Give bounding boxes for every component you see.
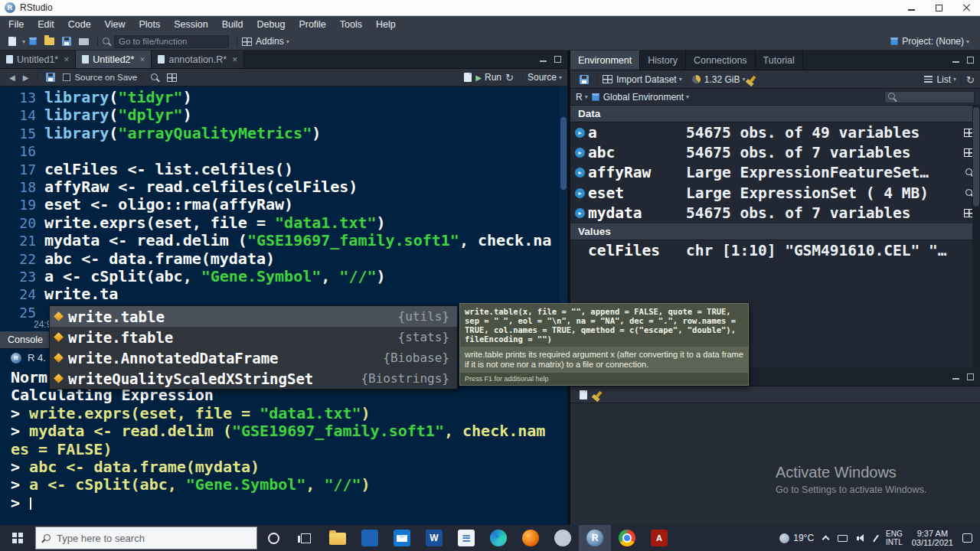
menu-edit[interactable]: Edit <box>31 16 61 33</box>
open-file-icon[interactable] <box>44 37 54 45</box>
refresh-icon[interactable] <box>966 73 975 86</box>
pane-maximize-icon[interactable] <box>967 57 974 64</box>
pane-minimize-icon[interactable] <box>540 56 547 63</box>
env-row-mydata[interactable]: mydata54675 obs. of 7 variables <box>570 204 980 223</box>
maximize-button[interactable] <box>925 0 952 15</box>
new-file-icon[interactable] <box>8 37 16 46</box>
language-indicator[interactable]: ENG INTL <box>886 530 903 546</box>
pane-maximize-icon[interactable] <box>554 56 561 63</box>
env-row-celfiles[interactable]: celFileschr [1:10] "GSM491610.CEL" "… <box>570 240 980 260</box>
expand-icon[interactable] <box>575 128 585 138</box>
language-dropdown[interactable]: R ▾ <box>576 92 588 103</box>
code-editor[interactable]: 13library("tidyr")14library("dplyr")15li… <box>0 86 567 331</box>
import-dataset-button[interactable]: Import Dataset ▾ <box>603 74 682 85</box>
env-row-affyraw[interactable]: affyRawLarge ExpressionFeatureSet… <box>570 163 980 183</box>
menu-file[interactable]: File <box>2 16 31 33</box>
menu-plots[interactable]: Plots <box>132 16 167 33</box>
taskbar-rstudio-app[interactable]: R <box>579 525 611 551</box>
clock[interactable]: 9:37 AM 03/11/2021 <box>912 529 953 548</box>
autocomplete-item-write-table[interactable]: write.table{utils} <box>50 306 457 327</box>
environment-search-box[interactable] <box>884 91 975 103</box>
taskbar-chrome-browser[interactable] <box>611 525 643 551</box>
editor-tab-annotation-r[interactable]: annotation.R*× <box>152 51 244 68</box>
start-button[interactable] <box>0 525 35 551</box>
pane-maximize-icon[interactable] <box>967 373 974 380</box>
print-icon[interactable] <box>79 38 89 45</box>
taskbar-mail-app[interactable] <box>386 525 418 551</box>
code-tools-icon[interactable] <box>167 73 177 82</box>
scrollbar-thumb[interactable] <box>560 117 567 190</box>
forward-arrow-icon[interactable]: ▶ <box>23 73 29 82</box>
chevron-down-icon[interactable]: ▾ <box>286 38 289 45</box>
cortana-button[interactable] <box>257 525 289 551</box>
taskbar-firefox-browser[interactable] <box>514 525 547 551</box>
clear-icon[interactable] <box>596 391 603 398</box>
run-button[interactable]: ▶ Run <box>475 72 501 83</box>
save-workspace-icon[interactable] <box>580 75 589 84</box>
editor-tab-untitled2[interactable]: Untitled2*× <box>76 51 152 68</box>
menu-code[interactable]: Code <box>61 16 98 33</box>
notification-center-icon[interactable] <box>962 533 972 543</box>
rerun-icon[interactable] <box>505 70 514 84</box>
menu-debug[interactable]: Debug <box>250 16 292 33</box>
source-on-save-checkbox[interactable] <box>63 73 70 81</box>
project-selector[interactable]: Project: (None) ▾ <box>890 36 969 47</box>
taskbar-edge-browser[interactable] <box>482 525 514 551</box>
env-row-a[interactable]: a54675 obs. of 49 variables <box>570 122 980 142</box>
taskbar-file-explorer[interactable] <box>322 525 354 551</box>
tab-connections[interactable]: Connections <box>686 51 756 70</box>
tab-close-icon[interactable]: × <box>232 54 237 65</box>
source-button[interactable]: Source ▾ <box>528 72 562 83</box>
goto-file-function-box[interactable] <box>114 35 229 48</box>
taskbar-blue-app[interactable] <box>354 525 386 551</box>
compile-report-icon[interactable] <box>464 73 472 82</box>
autocomplete-item-write-annotateddataframe[interactable]: write.AnnotatedDataFrame{Biobase} <box>50 347 457 368</box>
environment-search-input[interactable] <box>900 93 971 102</box>
addins-button[interactable]: Addins <box>256 36 284 47</box>
editor-tab-untitled1[interactable]: Untitled1*× <box>0 51 76 68</box>
expand-icon[interactable] <box>575 188 585 198</box>
task-view-button[interactable] <box>289 525 322 551</box>
environment-scrollbar[interactable] <box>972 106 980 367</box>
autocomplete-item-write-ftable[interactable]: write.ftable{stats} <box>50 327 457 347</box>
editor-scrollbar[interactable] <box>560 86 567 331</box>
minimize-button[interactable] <box>897 0 925 15</box>
taskbar-gray-app[interactable] <box>547 525 579 551</box>
menu-view[interactable]: View <box>98 16 132 33</box>
taskbar-search-box[interactable] <box>35 527 257 549</box>
menu-build[interactable]: Build <box>215 16 250 33</box>
environment-scope-dropdown[interactable]: Global Environment ▾ <box>603 92 689 103</box>
chevron-down-icon[interactable]: ▾ <box>22 38 25 45</box>
menu-profile[interactable]: Profile <box>292 16 332 33</box>
display-icon[interactable] <box>838 535 848 542</box>
back-arrow-icon[interactable]: ◀ <box>9 73 15 82</box>
pane-minimize-icon[interactable] <box>952 373 959 380</box>
autocomplete-item-writequalityscaledxstringset[interactable]: writeQualityScaledXStringSet{Biostrings} <box>50 368 457 389</box>
tab-environment[interactable]: Environment <box>570 51 640 70</box>
volume-icon[interactable] <box>857 533 866 543</box>
clear-workspace-icon[interactable] <box>750 76 756 83</box>
taskbar-search-input[interactable] <box>57 533 250 544</box>
memory-usage-button[interactable]: 1.32 GiB ▾ <box>692 74 746 85</box>
save-icon[interactable] <box>62 37 71 46</box>
expand-icon[interactable] <box>575 168 585 178</box>
tab-console[interactable]: Console <box>0 331 51 348</box>
env-row-eset[interactable]: esetLarge ExpressionSet ( 4 MB) <box>570 183 980 203</box>
scrollbar-thumb[interactable] <box>973 107 979 207</box>
expand-icon[interactable] <box>575 208 585 218</box>
taskbar-doc-app[interactable] <box>450 525 482 551</box>
goto-file-function-input[interactable] <box>119 37 224 46</box>
new-item-icon[interactable] <box>580 390 587 399</box>
pane-minimize-icon[interactable] <box>952 57 959 64</box>
tray-expand-icon[interactable] <box>822 536 830 543</box>
taskbar-word-app[interactable]: W <box>418 525 450 551</box>
expand-icon[interactable] <box>575 148 585 158</box>
tab-close-icon[interactable]: × <box>139 54 145 65</box>
new-project-icon[interactable] <box>29 37 37 45</box>
menu-session[interactable]: Session <box>167 16 214 33</box>
tab-close-icon[interactable]: × <box>64 54 69 65</box>
close-button[interactable] <box>952 0 980 15</box>
taskbar-acrobat-app[interactable]: A <box>643 525 675 551</box>
tab-tutorial[interactable]: Tutorial <box>756 51 803 70</box>
find-replace-icon[interactable] <box>151 73 159 82</box>
